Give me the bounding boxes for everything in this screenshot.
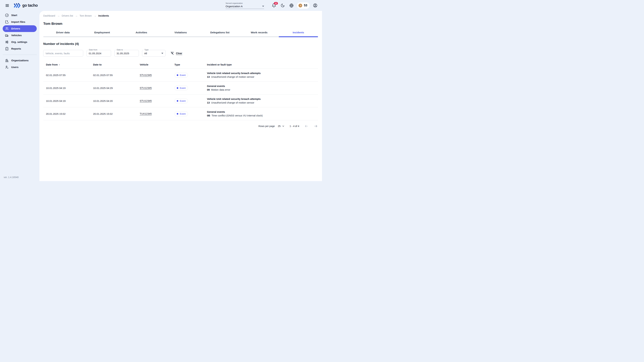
sidebar-item-label: Import files [11, 20, 25, 23]
sidebar-item-label: Start [11, 14, 17, 17]
app-logo[interactable]: go tacho [14, 3, 38, 8]
language-button[interactable] [288, 2, 295, 9]
column-header-incident: Incident or fault type [204, 63, 318, 66]
sidebar-item-reports[interactable]: Reports [3, 45, 37, 52]
cell-date-to: 02.01.2025 07:55 [90, 74, 137, 77]
column-header-type: Type [172, 63, 204, 66]
arrow-right-icon [314, 124, 318, 128]
clear-filters-button[interactable]: Clear [170, 51, 182, 55]
breadcrumb-current: Incidents [98, 14, 109, 17]
notifications-count-badge: 12 [274, 2, 278, 5]
building-icon [5, 58, 9, 62]
type-value: All [144, 52, 147, 55]
tab-work-records[interactable]: Work records [240, 30, 279, 36]
event-type-badge: Event [174, 73, 188, 78]
sidebar-item-label: Drivers [11, 27, 20, 30]
incident-group: Vehicle Unit related security breach att… [207, 71, 318, 75]
rows-per-page-select[interactable]: 25 [278, 125, 284, 128]
tab-incidents[interactable]: Incidents [279, 30, 318, 36]
user-check-icon [5, 65, 9, 69]
column-header-date-to: Date to [90, 63, 137, 66]
arrow-left-icon [304, 124, 308, 128]
search-input[interactable] [46, 52, 81, 55]
filters-bar: Date from Date to Type All Clear [43, 50, 318, 57]
next-page-button[interactable] [314, 124, 318, 128]
served-organization-label: Served organization [226, 2, 264, 4]
event-dot-icon [177, 87, 178, 89]
breadcrumb-arrow-icon: → [75, 14, 78, 17]
profile-button[interactable] [312, 2, 318, 9]
sidebar-item-organizations[interactable]: Organizations [3, 57, 37, 64]
credits-count: 53 [304, 4, 307, 7]
topbar-actions: Served organization Organization A 12 [226, 2, 322, 9]
sidebar-item-import-files[interactable]: Import files [3, 18, 37, 25]
sidebar-item-label: Organizations [11, 59, 28, 62]
breadcrumb-drivers-list[interactable]: Drivers list [62, 14, 73, 17]
tab-activities[interactable]: Activities [122, 30, 161, 36]
sidebar-item-vehicles[interactable]: Vehicles [3, 32, 37, 39]
tabs-track [43, 36, 318, 37]
incident-detail: 09Motion data error [207, 88, 318, 92]
breadcrumb-driver-name[interactable]: Tom Brown [80, 14, 92, 17]
served-organization-select[interactable]: Served organization Organization A [226, 2, 264, 9]
moon-icon [280, 3, 285, 7]
notifications-button[interactable]: 12 [271, 2, 277, 9]
menu-toggle-button[interactable] [4, 3, 10, 8]
date-to-input[interactable] [116, 52, 137, 55]
cell-date-from: 20.01.2025 15:02 [43, 112, 90, 115]
sidebar: Start Import files Drivers Vehicles Org.… [0, 11, 40, 181]
previous-page-button[interactable] [304, 124, 308, 128]
incidents-count-heading: Number of incidents (4) [43, 42, 318, 46]
incident-detail: 13Unauthorized change of motion sensor [207, 75, 318, 79]
tabs: Driver data Employment Activities Violat… [43, 30, 318, 37]
incident-detail: 0BTime conflict (GNSS versus VU internal… [207, 114, 318, 117]
clipboard-check-icon [5, 47, 9, 51]
vehicle-link[interactable]: STU12345 [140, 99, 152, 102]
table-row: 10.01.2025 04:19 10.01.2025 04:29 STU123… [43, 82, 318, 94]
account-icon [313, 3, 318, 8]
breadcrumb-arrow-icon: → [94, 14, 96, 17]
cell-date-to: 10.01.2025 04:20 [90, 100, 137, 102]
breadcrumb: Dashboard → Drivers list → Tom Brown → I… [43, 14, 318, 17]
active-tab-indicator [279, 36, 318, 37]
dropdown-arrow-icon [262, 6, 264, 7]
coin-icon [298, 3, 302, 8]
sidebar-item-drivers[interactable]: Drivers [3, 25, 37, 32]
sidebar-item-users[interactable]: Users [3, 64, 37, 70]
pagination: Rows per page 25 1 - 4 of 4 [43, 124, 318, 128]
globe-icon [289, 3, 294, 8]
date-from-input[interactable] [89, 52, 109, 55]
type-select[interactable]: Type All [142, 50, 166, 57]
event-type-badge: Event [174, 86, 188, 90]
type-label: Type [144, 49, 149, 51]
pagination-range: 1 - 4 of 4 [290, 125, 299, 128]
sidebar-item-label: Org. settings [11, 40, 27, 43]
tab-driver-data[interactable]: Driver data [43, 30, 82, 36]
sidebar-item-label: Users [11, 66, 18, 69]
date-to-label: Date to [116, 49, 124, 51]
breadcrumb-arrow-icon: → [57, 14, 60, 17]
sidebar-item-org-settings[interactable]: Org. settings [3, 39, 37, 45]
hamburger-icon [5, 3, 10, 8]
credits-button[interactable]: 53 [297, 2, 310, 9]
column-header-date-from[interactable]: Date from ↑ [43, 63, 90, 66]
breadcrumb-dashboard[interactable]: Dashboard [43, 14, 55, 17]
tab-employment[interactable]: Employment [82, 30, 122, 36]
table-row: 02.01.2025 07:55 02.01.2025 07:55 STU123… [43, 69, 318, 82]
dark-mode-button[interactable] [280, 2, 286, 9]
vehicle-link[interactable]: TUX12345 [140, 112, 152, 115]
chevron-down-icon [282, 125, 284, 128]
column-header-vehicle: Vehicle [137, 63, 172, 66]
event-type-badge: Event [174, 111, 188, 116]
table-header-row: Date from ↑ Date to Vehicle Type Inciden… [43, 61, 318, 69]
event-type-badge: Event [174, 99, 188, 103]
vehicle-link[interactable]: STU12345 [140, 74, 152, 76]
tab-violations[interactable]: Violations [161, 30, 200, 36]
sidebar-item-start[interactable]: Start [3, 12, 37, 18]
vehicle-link[interactable]: STU12345 [140, 86, 152, 89]
tab-delegations-list[interactable]: Delegations list [200, 30, 240, 36]
incident-group: General events [207, 110, 318, 114]
rows-per-page-label: Rows per page [258, 125, 275, 128]
sliders-icon [5, 40, 9, 44]
table-row: 20.01.2025 15:02 20.01.2025 15:02 TUX123… [43, 107, 318, 120]
